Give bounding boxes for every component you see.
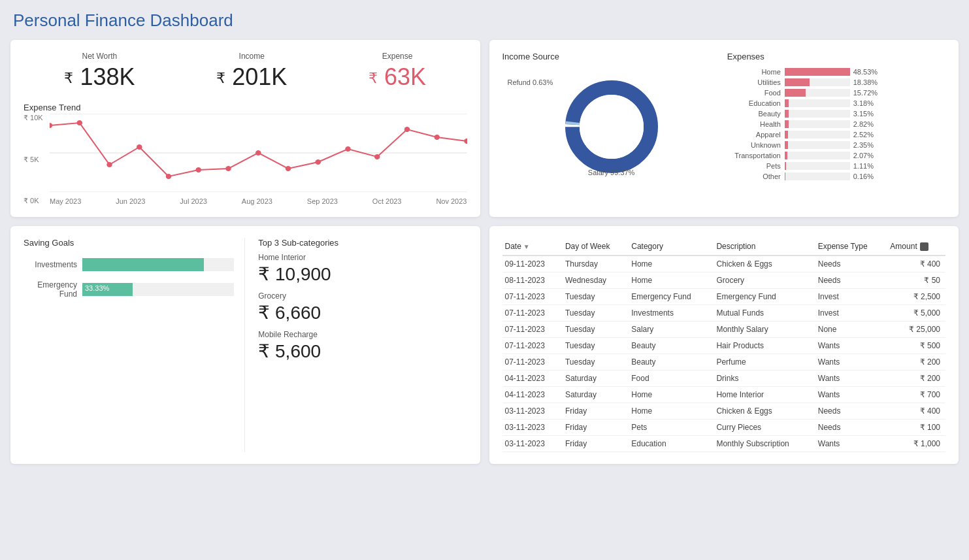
table-row: 03-11-2023 Friday Pets Curry Pieces Need… (502, 420, 946, 436)
bar-fill (785, 131, 788, 139)
td-amount: ₹ 700 (887, 387, 945, 403)
table-row: 07-11-2023 Tuesday Investments Mutual Fu… (502, 305, 946, 321)
income-source-section: Income Source Refund 0.63% Salary 99.37% (502, 52, 721, 205)
svg-point-15 (404, 127, 410, 132)
trend-svg (50, 114, 467, 192)
td-amount: ₹ 5,000 (887, 305, 945, 321)
expenses-bar-chart: Home 48.53% Utilities 18.38% Food 15.72%… (727, 68, 945, 180)
goals-list: Investments Emergency Fund 33.33% (24, 258, 234, 299)
bottom-left-card: Saving Goals Investments Emergency Fund … (10, 226, 480, 464)
bar-track (785, 141, 850, 149)
bar-track (785, 152, 850, 159)
expense-item: Expense ₹ 63K (369, 52, 426, 91)
goal-label: Emergency Fund (24, 280, 82, 299)
td-category: Emergency Fund (629, 289, 714, 305)
bar-fill (785, 152, 787, 159)
top3-value: ₹ 5,600 (258, 340, 467, 362)
bar-label: Transportation (727, 152, 785, 159)
td-date: 07-11-2023 (502, 338, 563, 354)
svg-point-11 (286, 166, 291, 171)
td-category: Salary (629, 321, 714, 338)
salary-label: Salary 99.37% (588, 169, 635, 176)
bar-label: Beauty (727, 110, 785, 118)
expense-value: ₹ 63K (369, 63, 426, 91)
td-day: Wednesday (563, 272, 629, 289)
td-category: Investments (629, 305, 714, 321)
x-label-sep: Sep 2023 (307, 197, 338, 205)
top3-value: ₹ 10,900 (258, 263, 467, 285)
saving-goals-section: Saving Goals Investments Emergency Fund … (24, 238, 245, 452)
bar-fill (785, 162, 786, 170)
trend-title: Expense Trend (24, 103, 467, 112)
svg-point-6 (137, 144, 142, 150)
td-category: Home (629, 403, 714, 420)
income-symbol: ₹ (216, 70, 225, 86)
th-category: Category (629, 238, 714, 255)
td-date: 07-11-2023 (502, 305, 563, 321)
top3-category: Grocery (258, 291, 467, 301)
td-expense-type: Needs (815, 403, 888, 420)
svg-point-7 (166, 174, 172, 179)
td-amount: ₹ 1,000 (887, 436, 945, 452)
bar-track (785, 68, 850, 76)
td-description: Hair Products (714, 338, 815, 354)
th-day: Day of Week (563, 238, 629, 255)
bar-track (785, 131, 850, 139)
bar-pct: 3.15% (853, 110, 874, 118)
bar-track (785, 120, 850, 128)
td-expense-type: Needs (815, 420, 888, 436)
svg-point-12 (316, 159, 321, 165)
td-expense-type: Wants (815, 387, 888, 403)
table-row: 08-11-2023 Wednesday Home Grocery Needs … (502, 272, 946, 289)
bar-pct: 15.72% (853, 89, 878, 97)
table-row: 03-11-2023 Friday Education Monthly Subs… (502, 436, 946, 452)
td-date: 03-11-2023 (502, 403, 563, 420)
td-category: Home (629, 272, 714, 289)
income-label: Income (216, 52, 287, 61)
table-row: 04-11-2023 Saturday Food Drinks Wants ₹ … (502, 371, 946, 387)
date-filter-icon[interactable]: ▼ (523, 243, 530, 250)
expense-label: Expense (369, 52, 426, 61)
td-day: Tuesday (563, 338, 629, 354)
income-source-title: Income Source (502, 52, 721, 61)
trend-chart: ₹ 10K ₹ 5K ₹ 0K (24, 114, 467, 205)
td-expense-type: Wants (815, 371, 888, 387)
expense-bar-row: Food 15.72% (727, 89, 945, 97)
top3-item: Mobile Recharge ₹ 5,600 (258, 330, 467, 362)
bar-fill (785, 78, 810, 86)
bar-pct: 2.07% (853, 152, 874, 159)
trend-y-labels: ₹ 10K ₹ 5K ₹ 0K (24, 114, 43, 205)
table-header-row: Date ▼ Day of Week Category Description … (502, 238, 946, 255)
expense-bar-row: Education 3.18% (727, 99, 945, 107)
bar-label: Home (727, 68, 785, 76)
top3-list: Home Interior ₹ 10,900 Grocery ₹ 6,660 M… (258, 253, 467, 362)
expenses-section: Expenses Home 48.53% Utilities 18.38% Fo… (727, 52, 945, 205)
svg-point-17 (464, 139, 467, 144)
transactions-table: Date ▼ Day of Week Category Description … (502, 238, 946, 452)
goal-row: Investments (24, 258, 234, 271)
x-label-nov: Nov 2023 (436, 197, 467, 205)
expense-bar-row: Transportation 2.07% (727, 152, 945, 159)
amount-icon (920, 242, 928, 251)
y-label-5k: ₹ 5K (24, 156, 43, 164)
table-row: 07-11-2023 Tuesday Salary Monthly Salary… (502, 321, 946, 338)
td-date: 09-11-2023 (502, 255, 563, 272)
td-expense-type: Wants (815, 436, 888, 452)
top3-section: Top 3 Sub-categories Home Interior ₹ 10,… (245, 238, 467, 452)
refund-label: Refund 0.63% (508, 78, 553, 86)
td-description: Monthly Subscription (714, 436, 815, 452)
x-label-jun: Jun 2023 (116, 197, 145, 205)
bar-fill (785, 110, 789, 118)
td-amount: ₹ 500 (887, 338, 945, 354)
expense-bar-row: Health 2.82% (727, 120, 945, 128)
td-category: Home (629, 387, 714, 403)
bar-pct: 2.82% (853, 120, 874, 128)
net-worth-number: 138K (80, 63, 135, 90)
income-number: 201K (232, 63, 287, 90)
table-row: 04-11-2023 Saturday Home Home Interior W… (502, 387, 946, 403)
income-expenses-card: Income Source Refund 0.63% Salary 99.37%… (489, 40, 959, 217)
top3-item: Grocery ₹ 6,660 (258, 291, 467, 323)
svg-point-13 (345, 146, 351, 152)
top3-value: ₹ 6,660 (258, 302, 467, 323)
td-date: 04-11-2023 (502, 387, 563, 403)
